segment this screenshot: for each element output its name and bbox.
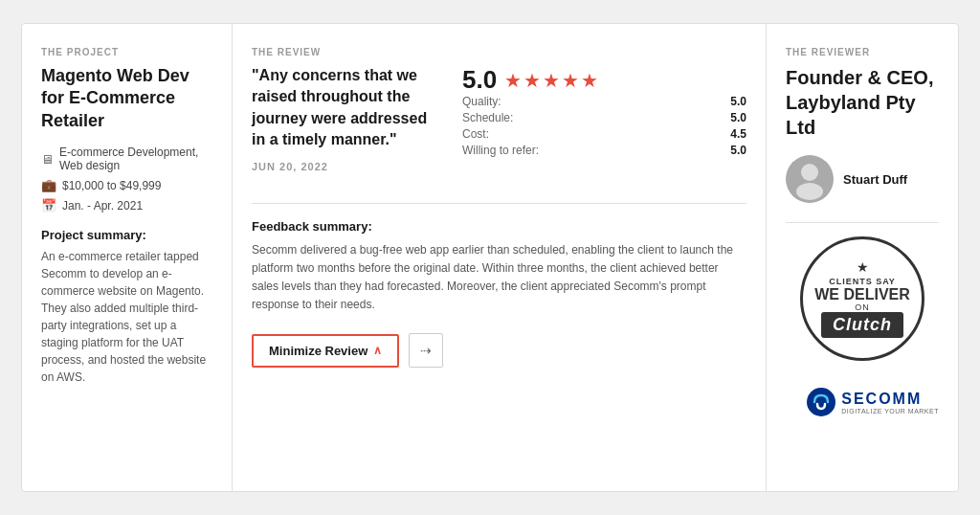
feedback-label: Feedback summary: [252, 219, 746, 234]
review-top-section: "Any concerns that we raised throughout … [252, 65, 746, 204]
action-row: Minimize Review ∧ ⇢ [252, 333, 746, 368]
reviewer-name: Stuart Duff [843, 172, 907, 187]
summary-label: Project summary: [41, 228, 212, 242]
rating-row-refer: Willing to refer: 5.0 [462, 144, 746, 157]
summary-text: An e-commerce retailer tapped Secomm to … [41, 248, 212, 386]
we-deliver-text: WE DELIVER [814, 286, 910, 303]
clutch-brand-text: Clutch [821, 312, 903, 338]
reviewer-divider [786, 222, 939, 223]
schedule-value: 5.0 [730, 111, 746, 124]
review-card: THE PROJECT Magento Web Dev for E-Commer… [21, 23, 959, 492]
rating-row-cost: Cost: 4.5 [462, 127, 746, 141]
meta-item-date: 📅 Jan. - Apr. 2021 [41, 198, 212, 213]
review-column: THE REVIEW "Any concerns that we raised … [233, 24, 767, 491]
svg-point-2 [796, 183, 823, 200]
secomm-logo: SECOMM DIGITALIZE YOUR MARKET [786, 388, 939, 416]
cost-value: 4.5 [730, 127, 746, 141]
project-column: THE PROJECT Magento Web Dev for E-Commer… [22, 24, 233, 491]
clutch-star-icon: ★ [857, 259, 869, 275]
review-quote-section: "Any concerns that we raised throughout … [252, 65, 443, 188]
review-date: JUN 20, 2022 [252, 161, 443, 172]
review-quote: "Any concerns that we raised throughout … [252, 65, 443, 151]
review-section-label: THE REVIEW [252, 47, 746, 57]
secomm-text-block: SECOMM DIGITALIZE YOUR MARKET [841, 391, 939, 414]
quality-label: Quality: [462, 95, 501, 108]
meta-date-text: Jan. - Apr. 2021 [62, 199, 143, 213]
meta-item-service: 🖥 E-commerce Development, Web design [41, 146, 212, 172]
reviewer-column: THE REVIEWER Founder & CEO, Laybyland Pt… [767, 24, 958, 491]
project-title: Magento Web Dev for E-Commerce Retailer [41, 65, 212, 132]
secomm-tagline: DIGITALIZE YOUR MARKET [841, 408, 939, 414]
clutch-badge: ★ CLIENTS SAY WE DELIVER ON Clutch [800, 236, 924, 361]
rating-row-schedule: Schedule: 5.0 [462, 111, 746, 124]
reviewer-section-label: THE REVIEWER [786, 47, 939, 57]
rating-score: 5.0 ★★★★★ [462, 65, 746, 95]
quality-value: 5.0 [730, 95, 746, 108]
avatar [786, 155, 834, 203]
share-icon: ⇢ [420, 343, 432, 358]
secomm-icon [807, 388, 835, 416]
budget-icon: 💼 [41, 178, 56, 192]
clients-say-text: CLIENTS SAY [829, 277, 896, 286]
meta-budget-text: $10,000 to $49,999 [62, 179, 161, 192]
cost-label: Cost: [462, 127, 489, 141]
service-icon: 🖥 [41, 152, 54, 167]
rating-table: Quality: 5.0 Schedule: 5.0 Cost: 4.5 Wil… [462, 95, 746, 157]
meta-service-text: E-commerce Development, Web design [59, 146, 212, 172]
stars-display: ★★★★★ [504, 69, 600, 92]
refer-value: 5.0 [730, 144, 746, 157]
rating-section: 5.0 ★★★★★ Quality: 5.0 Schedule: 5.0 Cos… [462, 65, 746, 188]
reviewer-title: Founder & CEO, Laybyland Pty Ltd [786, 65, 939, 140]
score-number: 5.0 [462, 65, 497, 95]
svg-point-1 [801, 164, 818, 181]
minimize-label: Minimize Review [269, 344, 368, 358]
chevron-up-icon: ∧ [373, 344, 382, 357]
schedule-label: Schedule: [462, 111, 513, 124]
project-section-label: THE PROJECT [41, 47, 212, 57]
share-button[interactable]: ⇢ [409, 333, 443, 368]
minimize-button[interactable]: Minimize Review ∧ [252, 334, 399, 368]
feedback-text: Secomm delivered a bug-free web app earl… [252, 241, 746, 315]
secomm-name: SECOMM [841, 391, 939, 408]
on-text: ON [855, 302, 870, 312]
reviewer-info: Stuart Duff [786, 155, 939, 203]
refer-label: Willing to refer: [462, 144, 539, 157]
meta-item-budget: 💼 $10,000 to $49,999 [41, 178, 212, 192]
rating-row-quality: Quality: 5.0 [462, 95, 746, 108]
date-icon: 📅 [41, 198, 56, 213]
